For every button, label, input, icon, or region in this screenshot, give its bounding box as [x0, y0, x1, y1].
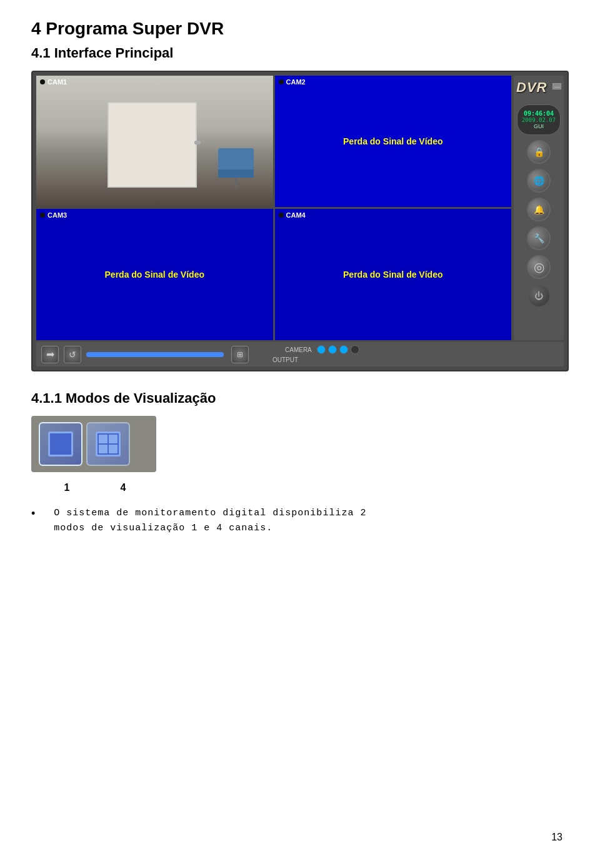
- dvr-video-grid: CAM1 CAM2 Perda do Sinal de Vídeo: [36, 76, 511, 340]
- dvr-volume-slider[interactable]: [86, 352, 224, 357]
- cam2-loss-text: Perda do Sinal de Vídeo: [343, 136, 442, 146]
- section-title: 4.1 Interface Principal: [31, 45, 569, 61]
- dvr-logo: DVR: [516, 79, 547, 96]
- cam2-dot: [279, 79, 284, 84]
- cam1-door-handle: [194, 141, 201, 144]
- cam1-label: CAM1: [40, 78, 67, 86]
- dvr-nav-button[interactable]: ◎: [527, 255, 551, 279]
- cam-dot-1[interactable]: [317, 345, 326, 354]
- bullet-dot: •: [31, 506, 35, 536]
- bullet-line1: O sistema de monitoramento digital dispo…: [54, 506, 366, 521]
- cam4-dot: [279, 213, 284, 218]
- wrench-icon: 🔧: [534, 233, 544, 243]
- cam3-dot: [40, 213, 45, 218]
- power-icon: ⏻: [534, 291, 543, 301]
- cam1-chair: [218, 148, 254, 188]
- quad-view-icon: [96, 431, 121, 457]
- nav-icon: ◎: [534, 260, 544, 275]
- page-number: 13: [551, 832, 562, 843]
- output-label: OUTPUT: [272, 356, 298, 363]
- cam-dot-2[interactable]: [328, 345, 337, 354]
- cam1-door: [108, 102, 198, 188]
- cam-dot-3[interactable]: [339, 345, 348, 354]
- bullet-text: O sistema de monitoramento digital dispo…: [41, 506, 366, 536]
- view-label-4: 4: [95, 482, 151, 493]
- video-row-bottom: CAM3 Perda do Sinal de Vídeo CAM4 Perda …: [36, 209, 511, 340]
- cam3-loss-text: Perda do Sinal de Vídeo: [105, 270, 204, 280]
- cam1-dot: [40, 79, 45, 84]
- arrow-icon: ➡: [46, 348, 54, 360]
- dvr-date: 2009.02.07: [521, 117, 556, 123]
- single-view-icon: [48, 431, 73, 457]
- grid-icon: ⊞: [237, 350, 243, 359]
- dvr-grid-button[interactable]: ⊞: [231, 346, 249, 363]
- view-mode-labels: 1 4: [31, 482, 156, 493]
- dvr-time: 09:46:04: [521, 110, 556, 117]
- page-title: 4 Programa Super DVR: [31, 19, 569, 39]
- bullet-item: • O sistema de monitoramento digital dis…: [31, 506, 569, 536]
- video-row-top: CAM1 CAM2 Perda do Sinal de Vídeo: [36, 76, 511, 207]
- dvr-main-area: CAM1 CAM2 Perda do Sinal de Vídeo: [36, 76, 564, 340]
- cam-dot-4[interactable]: [351, 345, 359, 354]
- dvr-refresh-button[interactable]: ↺: [64, 346, 81, 363]
- cam2-label: CAM2: [279, 78, 306, 86]
- bell-icon: 🔔: [534, 204, 544, 214]
- camera-dots: [317, 345, 359, 354]
- lock-icon: 🔒: [534, 147, 544, 157]
- view-modes-panel: [31, 416, 156, 472]
- section-411: 4.1.1 Modos de Visualização 1 4 • O sist…: [31, 390, 569, 536]
- refresh-icon: ↺: [69, 350, 76, 360]
- video-cell-cam3[interactable]: CAM3 Perda do Sinal de Vídeo: [36, 209, 273, 340]
- cam4-label: CAM4: [279, 211, 306, 219]
- dvr-interface: CAM1 CAM2 Perda do Sinal de Vídeo: [31, 71, 569, 371]
- globe-icon: 🌐: [534, 176, 544, 186]
- view-label-1: 1: [39, 482, 95, 493]
- dvr-bottom-bar: ➡ ↺ ⊞ CAMERA OUTPUT: [36, 342, 564, 366]
- dvr-globe-button[interactable]: 🌐: [527, 169, 551, 193]
- video-cell-cam1[interactable]: CAM1: [36, 76, 273, 207]
- dvr-sidebar: DVR — 09:46:04 2009.02.07 GUI 🔒 🌐 🔔 🔧: [514, 76, 564, 340]
- dvr-settings-button[interactable]: 🔧: [527, 226, 551, 250]
- cam1-scene: [36, 76, 273, 207]
- dvr-time-display: 09:46:04 2009.02.07 GUI: [517, 104, 561, 135]
- video-cell-cam2[interactable]: CAM2 Perda do Sinal de Vídeo: [275, 76, 512, 207]
- bullet-line2: modos de visualização 1 e 4 canais.: [54, 521, 366, 536]
- minimize-icon: —: [553, 84, 561, 90]
- video-cell-cam4[interactable]: CAM4 Perda do Sinal de Vídeo: [275, 209, 512, 340]
- dvr-power-button[interactable]: ⏻: [527, 284, 551, 308]
- dvr-arrow-button[interactable]: ➡: [41, 346, 59, 363]
- cam3-label: CAM3: [40, 211, 67, 219]
- dvr-mode: GUI: [521, 123, 556, 129]
- dvr-minimize-button[interactable]: —: [552, 83, 561, 89]
- dvr-bell-button[interactable]: 🔔: [527, 198, 551, 221]
- view-mode-4-button[interactable]: [86, 422, 130, 466]
- camera-label: CAMERA: [285, 346, 312, 353]
- cam4-loss-text: Perda do Sinal de Vídeo: [343, 270, 442, 280]
- section-411-title: 4.1.1 Modos de Visualização: [31, 390, 569, 406]
- dvr-lock-button[interactable]: 🔒: [527, 140, 551, 164]
- view-mode-1-button[interactable]: [39, 422, 82, 466]
